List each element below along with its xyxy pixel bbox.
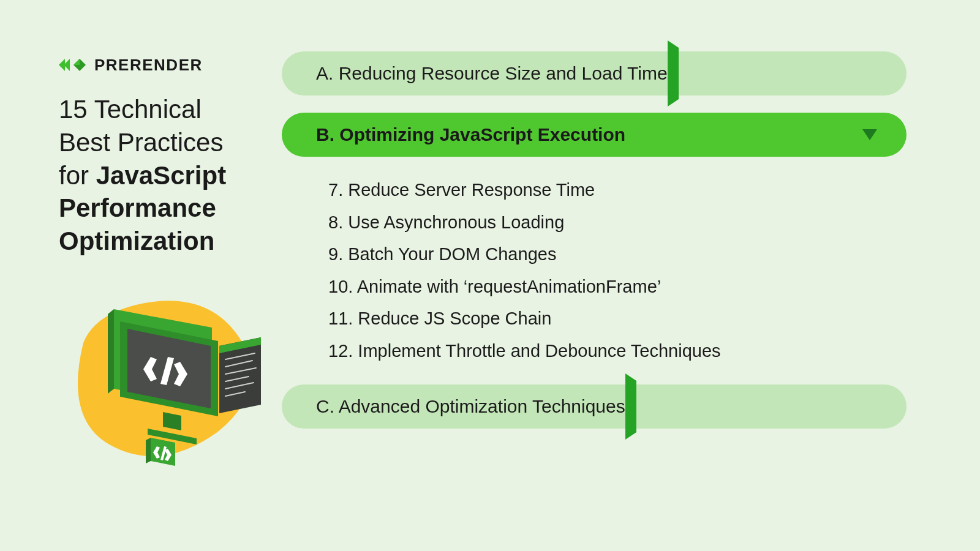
expand-icon bbox=[668, 40, 877, 107]
headline-line2: Best Practices bbox=[59, 128, 223, 157]
logo-icon bbox=[59, 54, 87, 76]
right-column: A. Reducing Resource Size and Load Time … bbox=[282, 0, 980, 551]
list-item: 7. Reduce Server Response Time bbox=[328, 178, 907, 203]
section-b[interactable]: B. Optimizing JavaScript Execution bbox=[282, 113, 907, 157]
list-item: 8. Use Asynchronous Loading bbox=[328, 210, 907, 235]
expand-icon bbox=[625, 373, 877, 440]
brand-logo: PRERENDER bbox=[59, 54, 263, 76]
brand-name: PRERENDER bbox=[94, 56, 203, 75]
page-title: 15 Technical Best Practices for JavaScri… bbox=[59, 93, 263, 258]
left-column: PRERENDER 15 Technical Best Practices fo… bbox=[0, 0, 282, 551]
headline-line3: for bbox=[59, 161, 89, 190]
section-b-label: B. Optimizing JavaScript Execution bbox=[316, 124, 625, 145]
headline-bold-c: Optimization bbox=[59, 227, 214, 255]
section-c-label: C. Advanced Optimization Techniques bbox=[316, 396, 625, 417]
section-a[interactable]: A. Reducing Resource Size and Load Time bbox=[282, 51, 907, 96]
svg-marker-5 bbox=[108, 309, 114, 394]
headline-bold-b: Performance bbox=[59, 193, 216, 222]
headline-line1: 15 Technical bbox=[59, 95, 202, 124]
collapse-icon bbox=[862, 129, 877, 140]
list-item: 10. Animate with ‘requestAnimationFrame’ bbox=[328, 274, 907, 299]
section-a-label: A. Reducing Resource Size and Load Time bbox=[316, 63, 668, 84]
svg-marker-3 bbox=[74, 59, 80, 65]
hero-illustration bbox=[59, 285, 267, 474]
list-item: 11. Reduce JS Scope Chain bbox=[328, 306, 907, 331]
section-c[interactable]: C. Advanced Optimization Techniques bbox=[282, 384, 907, 429]
headline-bold-a: JavaScript bbox=[96, 161, 226, 190]
list-item: 12. Implement Throttle and Debounce Tech… bbox=[328, 339, 907, 364]
section-b-items: 7. Reduce Server Response Time 8. Use As… bbox=[282, 174, 907, 367]
list-item: 9. Batch Your DOM Changes bbox=[328, 242, 907, 267]
svg-marker-22 bbox=[146, 438, 151, 463]
